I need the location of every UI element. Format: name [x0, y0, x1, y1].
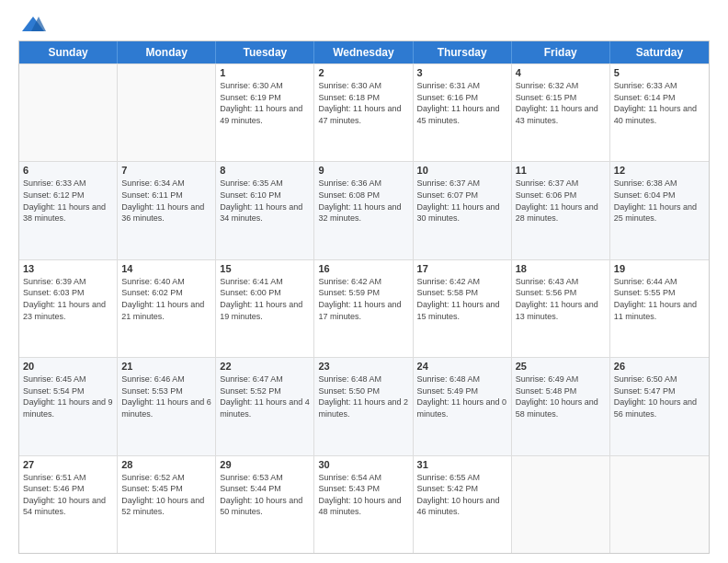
cell-info: Sunrise: 6:32 AM Sunset: 6:15 PM Dayligh… [516, 80, 606, 126]
cell-date: 9 [318, 165, 408, 176]
calendar-cell: 18Sunrise: 6:43 AM Sunset: 5:56 PM Dayli… [512, 260, 610, 357]
cell-date: 2 [318, 67, 408, 78]
day-header-thursday: Thursday [414, 41, 512, 63]
cell-info: Sunrise: 6:54 AM Sunset: 5:43 PM Dayligh… [318, 472, 408, 518]
cell-info: Sunrise: 6:47 AM Sunset: 5:52 PM Dayligh… [220, 373, 310, 419]
calendar-cell: 21Sunrise: 6:46 AM Sunset: 5:53 PM Dayli… [118, 358, 216, 454]
cell-date: 17 [417, 263, 507, 274]
calendar-cell: 24Sunrise: 6:48 AM Sunset: 5:49 PM Dayli… [414, 358, 512, 454]
cell-info: Sunrise: 6:35 AM Sunset: 6:10 PM Dayligh… [220, 178, 310, 224]
cell-date: 13 [23, 263, 113, 274]
calendar-cell: 13Sunrise: 6:39 AM Sunset: 6:03 PM Dayli… [19, 260, 118, 357]
cell-date: 29 [220, 459, 310, 470]
cell-info: Sunrise: 6:37 AM Sunset: 6:07 PM Dayligh… [417, 178, 507, 224]
calendar-body: 1Sunrise: 6:30 AM Sunset: 6:19 PM Daylig… [19, 63, 709, 553]
cell-date: 23 [318, 361, 408, 372]
cell-date: 4 [516, 67, 606, 78]
cell-date: 27 [23, 459, 113, 470]
calendar-cell: 19Sunrise: 6:44 AM Sunset: 5:55 PM Dayli… [610, 260, 709, 357]
cell-info: Sunrise: 6:36 AM Sunset: 6:08 PM Dayligh… [318, 178, 408, 224]
calendar-cell: 14Sunrise: 6:40 AM Sunset: 6:02 PM Dayli… [118, 260, 216, 357]
cell-info: Sunrise: 6:44 AM Sunset: 5:55 PM Dayligh… [614, 276, 705, 322]
cell-info: Sunrise: 6:51 AM Sunset: 5:46 PM Dayligh… [23, 472, 113, 518]
calendar-cell: 11Sunrise: 6:37 AM Sunset: 6:06 PM Dayli… [512, 162, 610, 259]
cell-date: 5 [614, 67, 705, 78]
cell-info: Sunrise: 6:46 AM Sunset: 5:53 PM Dayligh… [121, 373, 211, 419]
calendar-cell: 5Sunrise: 6:33 AM Sunset: 6:14 PM Daylig… [610, 64, 709, 161]
calendar-cell: 12Sunrise: 6:38 AM Sunset: 6:04 PM Dayli… [610, 162, 709, 259]
day-header-tuesday: Tuesday [216, 41, 314, 63]
cell-date: 1 [220, 67, 310, 78]
cell-info: Sunrise: 6:31 AM Sunset: 6:16 PM Dayligh… [417, 80, 507, 126]
calendar-cell [118, 64, 216, 161]
cell-info: Sunrise: 6:50 AM Sunset: 5:47 PM Dayligh… [614, 373, 705, 419]
calendar-cell [610, 456, 709, 553]
calendar-cell: 8Sunrise: 6:35 AM Sunset: 6:10 PM Daylig… [216, 162, 314, 259]
cell-info: Sunrise: 6:33 AM Sunset: 6:12 PM Dayligh… [23, 178, 113, 224]
header [18, 15, 710, 31]
calendar-cell: 27Sunrise: 6:51 AM Sunset: 5:46 PM Dayli… [19, 456, 118, 553]
calendar-cell [512, 456, 610, 553]
calendar-cell: 7Sunrise: 6:34 AM Sunset: 6:11 PM Daylig… [118, 162, 216, 259]
calendar-row-3: 13Sunrise: 6:39 AM Sunset: 6:03 PM Dayli… [19, 259, 709, 357]
cell-date: 31 [417, 459, 507, 470]
calendar-header: SundayMondayTuesdayWednesdayThursdayFrid… [19, 41, 709, 63]
calendar-cell: 31Sunrise: 6:55 AM Sunset: 5:42 PM Dayli… [414, 456, 512, 553]
day-header-monday: Monday [118, 41, 216, 63]
cell-info: Sunrise: 6:39 AM Sunset: 6:03 PM Dayligh… [23, 276, 113, 322]
calendar-cell [19, 64, 118, 161]
cell-date: 15 [220, 263, 310, 274]
cell-info: Sunrise: 6:49 AM Sunset: 5:48 PM Dayligh… [516, 373, 606, 419]
cell-info: Sunrise: 6:43 AM Sunset: 5:56 PM Dayligh… [516, 276, 606, 322]
cell-date: 24 [417, 361, 507, 372]
day-header-sunday: Sunday [19, 41, 118, 63]
cell-date: 6 [23, 165, 113, 176]
cell-info: Sunrise: 6:45 AM Sunset: 5:54 PM Dayligh… [23, 373, 113, 419]
calendar-cell: 30Sunrise: 6:54 AM Sunset: 5:43 PM Dayli… [314, 456, 413, 553]
cell-info: Sunrise: 6:53 AM Sunset: 5:44 PM Dayligh… [220, 472, 310, 518]
calendar-cell: 26Sunrise: 6:50 AM Sunset: 5:47 PM Dayli… [610, 358, 709, 454]
calendar-cell: 23Sunrise: 6:48 AM Sunset: 5:50 PM Dayli… [314, 358, 413, 454]
calendar-row-1: 1Sunrise: 6:30 AM Sunset: 6:19 PM Daylig… [19, 63, 709, 161]
calendar-cell: 16Sunrise: 6:42 AM Sunset: 5:59 PM Dayli… [314, 260, 413, 357]
cell-date: 3 [417, 67, 507, 78]
day-header-friday: Friday [512, 41, 610, 63]
cell-info: Sunrise: 6:33 AM Sunset: 6:14 PM Dayligh… [614, 80, 705, 126]
cell-date: 28 [121, 459, 211, 470]
cell-date: 10 [417, 165, 507, 176]
cell-date: 7 [121, 165, 211, 176]
cell-info: Sunrise: 6:37 AM Sunset: 6:06 PM Dayligh… [516, 178, 606, 224]
calendar-cell: 3Sunrise: 6:31 AM Sunset: 6:16 PM Daylig… [414, 64, 512, 161]
calendar-cell: 9Sunrise: 6:36 AM Sunset: 6:08 PM Daylig… [314, 162, 413, 259]
cell-date: 12 [614, 165, 705, 176]
cell-date: 25 [516, 361, 606, 372]
cell-date: 30 [318, 459, 408, 470]
cell-info: Sunrise: 6:30 AM Sunset: 6:18 PM Dayligh… [318, 80, 408, 126]
cell-info: Sunrise: 6:34 AM Sunset: 6:11 PM Dayligh… [121, 178, 211, 224]
cell-date: 22 [220, 361, 310, 372]
cell-date: 16 [318, 263, 408, 274]
cell-info: Sunrise: 6:55 AM Sunset: 5:42 PM Dayligh… [417, 472, 507, 518]
cell-info: Sunrise: 6:48 AM Sunset: 5:50 PM Dayligh… [318, 373, 408, 419]
cell-info: Sunrise: 6:38 AM Sunset: 6:04 PM Dayligh… [614, 178, 705, 224]
calendar-row-2: 6Sunrise: 6:33 AM Sunset: 6:12 PM Daylig… [19, 161, 709, 259]
cell-info: Sunrise: 6:40 AM Sunset: 6:02 PM Dayligh… [121, 276, 211, 322]
day-header-wednesday: Wednesday [314, 41, 413, 63]
cell-info: Sunrise: 6:52 AM Sunset: 5:45 PM Dayligh… [121, 472, 211, 518]
calendar-cell: 10Sunrise: 6:37 AM Sunset: 6:07 PM Dayli… [414, 162, 512, 259]
cell-info: Sunrise: 6:30 AM Sunset: 6:19 PM Dayligh… [220, 80, 310, 126]
calendar-cell: 29Sunrise: 6:53 AM Sunset: 5:44 PM Dayli… [216, 456, 314, 553]
calendar-row-4: 20Sunrise: 6:45 AM Sunset: 5:54 PM Dayli… [19, 357, 709, 454]
cell-info: Sunrise: 6:48 AM Sunset: 5:49 PM Dayligh… [417, 373, 507, 419]
cell-date: 19 [614, 263, 705, 274]
calendar-cell: 1Sunrise: 6:30 AM Sunset: 6:19 PM Daylig… [216, 64, 314, 161]
cell-info: Sunrise: 6:42 AM Sunset: 5:59 PM Dayligh… [318, 276, 408, 322]
calendar-cell: 2Sunrise: 6:30 AM Sunset: 6:18 PM Daylig… [314, 64, 413, 161]
calendar-cell: 15Sunrise: 6:41 AM Sunset: 6:00 PM Dayli… [216, 260, 314, 357]
calendar: SundayMondayTuesdayWednesdayThursdayFrid… [18, 40, 710, 554]
cell-date: 8 [220, 165, 310, 176]
calendar-cell: 6Sunrise: 6:33 AM Sunset: 6:12 PM Daylig… [19, 162, 118, 259]
cell-date: 21 [121, 361, 211, 372]
calendar-cell: 22Sunrise: 6:47 AM Sunset: 5:52 PM Dayli… [216, 358, 314, 454]
calendar-row-5: 27Sunrise: 6:51 AM Sunset: 5:46 PM Dayli… [19, 455, 709, 553]
